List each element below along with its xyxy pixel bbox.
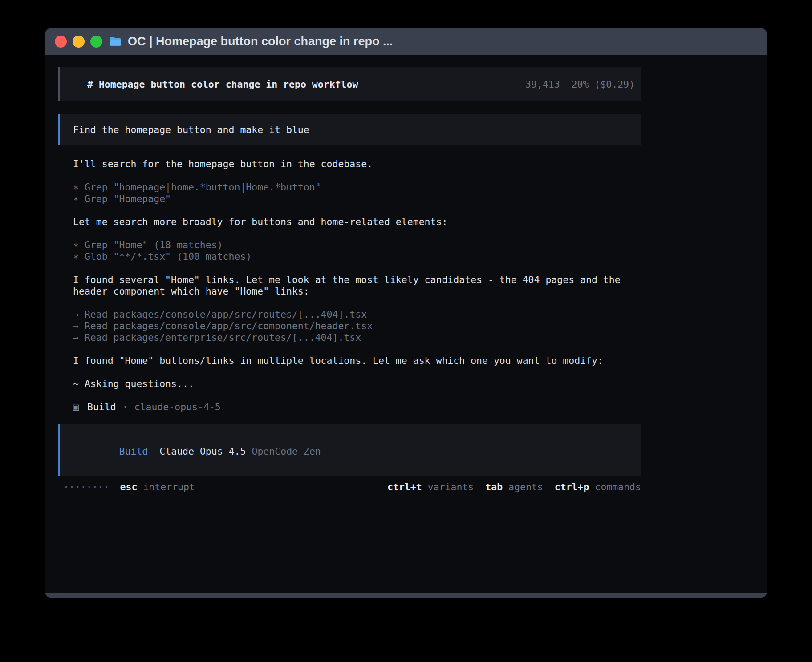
tool-call-glob: ∗ Glob "**/*.tsx" (100 matches)	[73, 251, 641, 262]
spinner-dots: ········	[63, 481, 110, 493]
agent-separator: ·	[122, 401, 128, 413]
assistant-paragraph: I'll search for the homepage button in t…	[73, 158, 641, 170]
agent-name: Build	[87, 401, 116, 413]
session-title: # Homepage button color change in repo w…	[87, 79, 358, 90]
input-provider-label: OpenCode Zen	[252, 446, 321, 457]
zoom-button[interactable]	[90, 36, 102, 48]
hint-label-commands: commands	[595, 481, 641, 493]
session-header: # Homepage button color change in repo w…	[58, 67, 641, 101]
tool-call-grep: ∗ Grep "Home" (18 matches)	[73, 239, 641, 251]
terminal-content: # Homepage button color change in repo w…	[45, 55, 767, 593]
titlebar[interactable]: OC | Homepage button color change in rep…	[45, 28, 767, 55]
tool-call-grep: ∗ Grep "homepage|home.*button|Home.*butt…	[73, 182, 641, 193]
status-bar-left: ········ esc interrupt	[63, 481, 195, 493]
minimize-button[interactable]	[73, 36, 85, 48]
status-bar: ········ esc interrupt ctrl+t variants t…	[58, 481, 641, 493]
agent-icon: ▣	[73, 401, 79, 413]
hint-commands: ctrl+p commands	[555, 481, 641, 493]
user-message-block: Find the homepage button and make it blu…	[58, 114, 641, 145]
input-model-label[interactable]: Claude Opus 4.5	[159, 446, 246, 457]
hint-agents: tab agents	[485, 481, 543, 493]
window-controls	[55, 36, 102, 48]
hint-variants: ctrl+t variants	[387, 481, 474, 493]
folder-icon	[109, 36, 122, 47]
close-button[interactable]	[55, 36, 67, 48]
input-agent-label[interactable]: Build	[119, 446, 148, 457]
prompt-input[interactable]: BuildClaude Opus 4.5OpenCode Zen	[58, 424, 641, 476]
hint-key-ctrl-t: ctrl+t	[387, 481, 422, 493]
hint-key-tab: tab	[485, 481, 503, 493]
tool-call-read: → Read packages/console/app/src/componen…	[73, 320, 641, 332]
tool-call-group: → Read packages/console/app/src/routes/[…	[73, 309, 641, 343]
hint-label-interrupt: interrupt	[143, 481, 195, 493]
tool-call-read: → Read packages/console/app/src/routes/[…	[73, 309, 641, 320]
status-bar-right: ctrl+t variants tab agents ctrl+p comman…	[387, 481, 641, 493]
assistant-transcript: I'll search for the homepage button in t…	[58, 145, 641, 413]
session-stats: 39,413 20% ($0.29)	[525, 79, 635, 90]
tool-call-group: ∗ Grep "homepage|home.*button|Home.*butt…	[73, 182, 641, 205]
agent-model: claude-opus-4-5	[134, 401, 221, 413]
assistant-paragraph: I found "Home" buttons/links in multiple…	[73, 355, 641, 367]
titlebar-title-group: OC | Homepage button color change in rep…	[109, 35, 393, 48]
terminal-window: OC | Homepage button color change in rep…	[45, 28, 767, 598]
hint-key-esc: esc	[120, 481, 138, 493]
assistant-paragraph: I found several "Home" links. Let me loo…	[73, 274, 641, 297]
hint-label-variants: variants	[428, 481, 474, 493]
input-meta-row: BuildClaude Opus 4.5OpenCode Zen	[73, 434, 628, 469]
window-title: OC | Homepage button color change in rep…	[128, 35, 393, 48]
tool-call-group: ∗ Grep "Home" (18 matches) ∗ Glob "**/*.…	[73, 239, 641, 262]
assistant-status: ~ Asking questions...	[73, 378, 641, 390]
tool-call-grep: ∗ Grep "Homepage"	[73, 193, 641, 205]
assistant-paragraph: Let me search more broadly for buttons a…	[73, 216, 641, 228]
agent-status-line: ▣ Build · claude-opus-4-5	[73, 401, 641, 413]
tool-call-read: → Read packages/enterprise/src/routes/[.…	[73, 332, 641, 343]
user-message-text: Find the homepage button and make it blu…	[73, 124, 309, 135]
hint-key-ctrl-p: ctrl+p	[555, 481, 589, 493]
hint-label-agents: agents	[508, 481, 543, 493]
